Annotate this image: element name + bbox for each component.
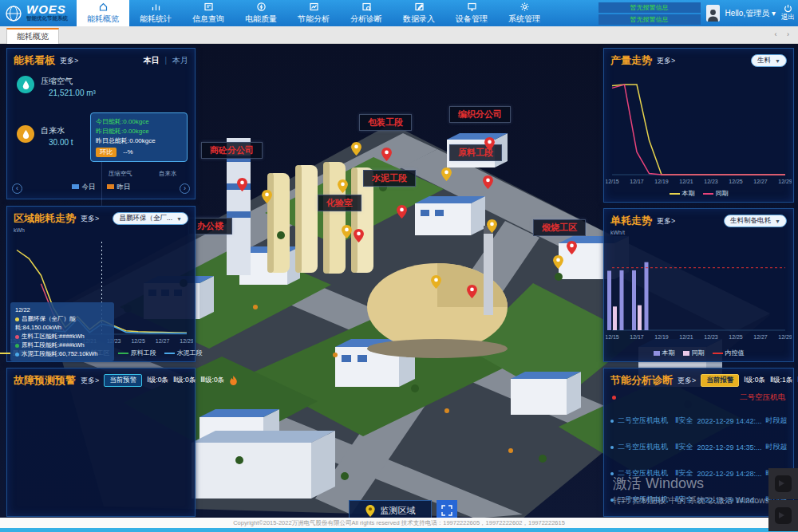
bullet-dot — [610, 472, 614, 475]
alarm-banner: 暂无报警信息 — [598, 14, 701, 25]
nav-节能分析[interactable]: 节能分析 — [287, 0, 340, 26]
alarm-list-item[interactable]: 二号空压机电机Ⅱ安全2022-12-29 14:35:...时段超限-关... — [610, 434, 787, 460]
more-link[interactable]: 更多> — [81, 214, 99, 224]
capture-icon — [775, 475, 792, 492]
current-warning-badge[interactable]: 当前预警 — [104, 374, 142, 387]
svg-text:12/27: 12/27 — [156, 338, 170, 344]
kanban-tooltip: 今日能耗:0.00kgce 昨日能耗:0.00kgce 昨日总能耗:0.00kg… — [90, 112, 188, 162]
legend-item[interactable]: 水泥工段 — [164, 349, 203, 357]
legend-item[interactable]: 原料工段 — [118, 349, 156, 357]
map-label-包装工段[interactable]: 包装工段 — [359, 114, 412, 131]
map-pin[interactable] — [553, 255, 563, 269]
map-pin[interactable] — [381, 148, 392, 161]
user-menu[interactable]: Hello,管理员 ▾ — [725, 8, 776, 19]
svg-text:12/15: 12/15 — [606, 179, 619, 184]
map-pin[interactable] — [483, 175, 493, 189]
legend-item[interactable]: 同期 — [703, 189, 729, 198]
alarm-banners: 暂无报警信息 暂无报警信息 — [598, 2, 701, 25]
globe-icon — [4, 4, 23, 23]
production-trend-chart[interactable]: 12/1512/1712/1912/2112/2312/2512/2712/29 — [606, 71, 792, 191]
nav-系统管理[interactable]: 系统管理 — [498, 0, 551, 26]
svg-text:12/27: 12/27 — [753, 179, 768, 184]
nav-电能质量[interactable]: 电能质量 — [235, 0, 287, 26]
region-select[interactable]: 昌鹏环保（全厂...▼ — [113, 212, 188, 225]
energy-item-water[interactable]: 自来水 30.00 t — [17, 125, 73, 147]
map-pin[interactable] — [397, 205, 407, 219]
red-dot — [612, 396, 616, 400]
alarm-list-item[interactable]: 二号空压机电机Ⅱ安全2022-12-29 14:28:...时段超限-关... — [610, 460, 787, 487]
main-nav: 能耗概览能耗统计信息查询电能质量节能分析分析诊断数据录入设备管理系统管理 — [77, 0, 551, 26]
map-pin[interactable] — [338, 179, 348, 193]
nav-能耗概览[interactable]: 能耗概览 — [77, 0, 129, 26]
more-link[interactable]: 更多> — [657, 56, 675, 66]
avatar[interactable] — [706, 5, 720, 22]
air-icon — [17, 76, 34, 93]
toggle-month[interactable]: 本月 — [172, 56, 188, 65]
legend-item[interactable]: 本期 — [654, 349, 675, 357]
unit-legend: 本期同期内控值 — [604, 349, 793, 357]
diagnosis-icon — [361, 2, 372, 12]
legend-item[interactable]: 内控值 — [713, 349, 745, 357]
bullet-dot — [610, 420, 614, 423]
map-label-水泥工段[interactable]: 水泥工段 — [363, 170, 416, 187]
map-pin[interactable] — [262, 190, 272, 203]
bullet-dot — [610, 499, 614, 502]
map-pin[interactable] — [354, 229, 364, 242]
panel-unit-consumption: 单耗走势 更多> 生料制备电耗▼ kWh/t 12/1512/1712/1912… — [603, 208, 794, 362]
expand-icon — [441, 505, 452, 516]
footer: Copyright©2015-2022万洲电气股份有限公司All rights … — [0, 518, 798, 528]
data-entry-icon — [414, 2, 425, 12]
nav-信息查询[interactable]: 信息查询 — [182, 0, 235, 26]
count-item: Ⅰ级:0条 — [147, 376, 168, 385]
map-label-编织分公司[interactable]: 编织分公司 — [449, 106, 511, 123]
nav-数据录入[interactable]: 数据录入 — [393, 0, 445, 26]
production-select[interactable]: 生料▼ — [751, 54, 787, 67]
panel-title: 故障预测预警 — [14, 373, 76, 388]
current-alarm-badge[interactable]: 当前报警 — [701, 374, 739, 387]
toggle-today[interactable]: 本日 — [144, 56, 160, 65]
map-pin[interactable] — [467, 285, 477, 298]
count-item: Ⅲ级:0条 — [200, 376, 224, 385]
unit-consumption-chart[interactable]: 12/1512/1712/1912/2112/2312/2512/2712/29 — [606, 236, 792, 346]
count-item: Ⅱ级:1条 — [770, 376, 792, 385]
logout-button[interactable]: 退出 — [781, 4, 795, 22]
tab-scroll-arrows[interactable]: ‹ › — [775, 30, 794, 38]
floating-capture-button[interactable] — [768, 468, 798, 499]
map-label-煅烧工区[interactable]: 煅烧工区 — [533, 219, 586, 236]
energy-analysis-icon — [309, 2, 319, 12]
map-label-化验室[interactable]: 化验室 — [318, 195, 361, 211]
map-pin[interactable] — [431, 275, 441, 289]
tab-energy-overview[interactable]: 能耗概览 — [6, 28, 59, 44]
map-pin[interactable] — [484, 137, 495, 151]
nav-分析诊断[interactable]: 分析诊断 — [340, 0, 393, 26]
unit-select[interactable]: 生料制备电耗▼ — [724, 215, 787, 227]
copyright-text: Copyright©2015-2022万洲电气股份有限公司All rights … — [233, 519, 565, 527]
legend-item[interactable]: 本期 — [670, 189, 695, 198]
legend-item[interactable]: 同期 — [683, 349, 705, 357]
map-pin[interactable] — [342, 225, 352, 238]
alarm-list-item[interactable]: 二号空压机电机Ⅱ安全2022-12-29 14:24:...时段超限-关 — [610, 487, 787, 513]
panel-region-trend: 区域能耗走势 更多> 昌鹏环保（全厂...▼ kWh 12/1512/1712/… — [6, 206, 196, 362]
more-link[interactable]: 更多> — [678, 376, 696, 386]
map-pin[interactable] — [237, 178, 247, 191]
more-link[interactable]: 更多> — [81, 376, 99, 386]
svg-text:12/19: 12/19 — [654, 179, 669, 184]
kanban-legend: 今日 昨日 — [7, 183, 195, 192]
floating-capture-button[interactable] — [768, 500, 798, 531]
more-link[interactable]: 更多> — [60, 56, 78, 66]
chart-tooltip: 12/22 昌鹏环保（全厂）能耗:84,150.00kWh生料工区能耗:####… — [10, 302, 114, 361]
alarm-list-item[interactable]: 二号空压机电机Ⅱ安全2022-12-29 14:42:...时段超限-关... — [610, 408, 787, 434]
map-pin[interactable] — [487, 219, 497, 233]
nav-设备管理[interactable]: 设备管理 — [445, 0, 498, 26]
panel-production-trend: 产量走势 更多> 生料▼ 12/1512/1712/1912/2112/2312… — [603, 48, 794, 203]
more-link[interactable]: 更多> — [657, 216, 675, 227]
map-pin[interactable] — [351, 142, 361, 156]
svg-text:12/25: 12/25 — [729, 179, 743, 184]
map-pin[interactable] — [567, 241, 577, 254]
next-arrow[interactable]: › — [180, 183, 190, 194]
map-label-商砼分公司[interactable]: 商砼分公司 — [201, 142, 263, 159]
energy-item-air[interactable]: 压缩空气 21,521.00 m³ — [17, 76, 96, 97]
prev-arrow[interactable]: ‹ — [12, 183, 22, 194]
nav-能耗统计[interactable]: 能耗统计 — [129, 0, 182, 26]
map-pin[interactable] — [441, 167, 452, 181]
